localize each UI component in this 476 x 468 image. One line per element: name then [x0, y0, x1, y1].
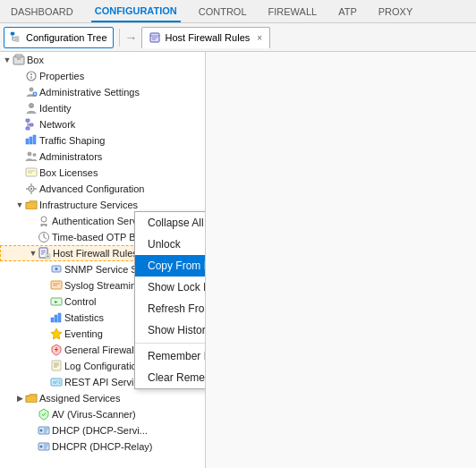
assigned-services-icon	[25, 392, 38, 404]
svg-line-45	[44, 237, 47, 239]
tab-label: Host Firewall Rules	[166, 32, 251, 43]
administrators-icon	[25, 150, 38, 163]
svg-rect-23	[30, 123, 33, 126]
syslog-label: Syslog Streaming	[64, 280, 141, 291]
svg-point-15	[30, 73, 32, 75]
eventing-label: Eventing	[64, 328, 103, 339]
properties-label: Properties	[39, 71, 84, 81]
otp-icon	[38, 231, 50, 243]
nav-dashboard[interactable]: DASHBOARD	[7, 0, 77, 22]
svg-rect-55	[51, 281, 62, 289]
svg-text:API: API	[53, 379, 61, 385]
assigned-services-label: Assigned Services	[39, 393, 121, 404]
eventing-icon	[50, 328, 63, 340]
nav-firewall[interactable]: FIREWALL	[265, 0, 321, 22]
svg-point-17	[30, 88, 33, 91]
dhcpr-icon	[38, 440, 50, 453]
tree-network[interactable]: Network	[0, 116, 205, 132]
firewall-rules-tab-icon	[149, 31, 162, 44]
tree-dhcpr[interactable]: DHCPR (DHCP-Relay)	[0, 438, 205, 455]
control-label: Control	[64, 296, 96, 307]
context-menu-refresh-from-here[interactable]: Refresh From Here	[135, 298, 206, 319]
svg-point-31	[28, 152, 31, 156]
svg-point-21	[30, 104, 34, 108]
traffic-shaping-label: Traffic Shaping	[39, 135, 105, 146]
svg-point-37	[30, 188, 32, 190]
config-tree-button[interactable]: Configuration Tree	[4, 27, 114, 48]
assigned-expander[interactable]: ▶	[14, 394, 25, 403]
svg-rect-22	[26, 119, 30, 122]
nav-proxy[interactable]: PROXY	[375, 0, 417, 22]
dhcpr-label: DHCPR (DHCP-Relay)	[52, 441, 152, 452]
tree-properties[interactable]: Properties	[0, 68, 205, 84]
identity-label: Identity	[39, 103, 71, 114]
context-menu-clear-remember-position[interactable]: Clear Remember Position	[135, 367, 206, 388]
tree-box-licenses[interactable]: Box Licenses	[0, 165, 205, 181]
general-firewall-icon	[50, 344, 63, 356]
svg-rect-12	[15, 55, 22, 57]
box-licenses-label: Box Licenses	[39, 167, 98, 178]
tab-close-button[interactable]: ×	[257, 33, 262, 43]
nav-configuration[interactable]: CONFIGURATION	[91, 0, 181, 22]
properties-icon	[25, 70, 38, 82]
admin-settings-icon	[25, 86, 38, 98]
tree-panel: ▼ Box Properties	[0, 52, 206, 468]
snmp-icon	[50, 263, 63, 276]
context-menu-show-lock-info[interactable]: Show Lock Info...	[135, 277, 206, 298]
box-licenses-icon	[25, 166, 38, 179]
nav-atp[interactable]: ATP	[335, 0, 361, 22]
firewall-rules-expander[interactable]: ▼	[28, 249, 38, 258]
tree-av[interactable]: AV (Virus-Scanner)	[0, 406, 205, 422]
toolbar-separator	[119, 29, 120, 47]
tree-assigned-services[interactable]: ▶ Assigned Services	[0, 390, 205, 406]
svg-rect-30	[33, 135, 36, 144]
box-icon	[13, 54, 25, 66]
context-menu-remember-position[interactable]: Remember Position	[135, 345, 206, 367]
svg-rect-29	[30, 137, 32, 144]
network-icon	[25, 118, 38, 131]
context-menu-copy-from-default[interactable]: Copy From Default	[135, 255, 206, 277]
tree-traffic-shaping[interactable]: Traffic Shaping	[0, 132, 205, 149]
svg-rect-61	[55, 315, 57, 322]
box-expander[interactable]: ▼	[2, 55, 13, 64]
context-menu: Collapse All Unlock Copy From Default Sh…	[134, 211, 206, 389]
host-firewall-rules-label: Host Firewall Rules	[53, 248, 138, 259]
traffic-shaping-icon	[25, 134, 38, 147]
context-menu-separator	[135, 343, 206, 344]
svg-rect-3	[15, 36, 19, 38]
context-menu-unlock[interactable]: Unlock	[135, 234, 206, 255]
tree-admin-settings[interactable]: Administrative Settings	[0, 84, 205, 100]
dhcp-label: DHCP (DHCP-Servi...	[52, 425, 148, 436]
authentication-icon	[38, 215, 50, 227]
svg-rect-0	[11, 32, 14, 35]
tree-icon	[10, 31, 22, 44]
control-icon	[50, 295, 63, 308]
host-firewall-rules-tab[interactable]: Host Firewall Rules ×	[141, 27, 271, 48]
host-firewall-rules-icon	[38, 247, 51, 260]
advanced-config-icon	[25, 183, 38, 195]
tree-administrators[interactable]: Administrators	[0, 149, 205, 165]
tree-root-box[interactable]: ▼ Box	[0, 52, 205, 68]
context-menu-collapse-all[interactable]: Collapse All	[135, 212, 206, 234]
av-icon	[38, 408, 50, 421]
svg-rect-60	[51, 318, 54, 322]
statistics-icon	[50, 311, 63, 324]
rest-api-label: REST API Service	[64, 377, 144, 387]
nav-control[interactable]: CONTROL	[195, 0, 251, 22]
rest-api-icon: API	[50, 376, 63, 388]
infra-expander[interactable]: ▼	[14, 200, 25, 209]
svg-rect-62	[58, 313, 61, 322]
log-config-icon	[50, 360, 63, 372]
tree-identity[interactable]: Identity	[0, 100, 205, 116]
config-tree-label: Configuration Tree	[26, 32, 107, 43]
svg-rect-65	[52, 361, 61, 370]
tree-advanced-config[interactable]: Advanced Configuration	[0, 181, 205, 197]
tree-dhcp[interactable]: DHCP (DHCP-Servi...	[0, 422, 205, 438]
svg-point-32	[33, 154, 36, 157]
svg-point-42	[41, 217, 47, 222]
context-menu-show-history[interactable]: Show History...	[135, 319, 206, 341]
svg-point-72	[40, 430, 43, 432]
advanced-config-label: Advanced Configuration	[39, 183, 144, 194]
svg-rect-6	[15, 38, 19, 41]
breadcrumb-arrow: →	[125, 30, 138, 45]
